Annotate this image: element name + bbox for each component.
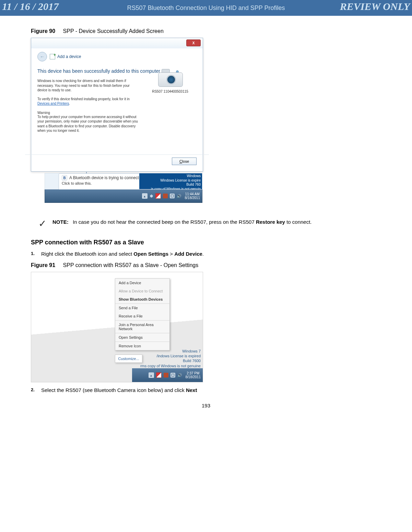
windows-license-overlay: Windows Windows License is expire Build … bbox=[139, 173, 202, 189]
tray-network-icon[interactable] bbox=[170, 194, 175, 198]
taskbar-screenshot-2: ▴ 🔊 2:37 PM 8/18/2011 bbox=[132, 368, 203, 382]
verify-b: . bbox=[69, 102, 70, 105]
add-device-title: Add a device bbox=[57, 54, 81, 59]
tray-bt-icon[interactable]: ✱ bbox=[150, 194, 153, 199]
add-device-icon bbox=[50, 54, 55, 59]
verify-a: To verify if this device finished instal… bbox=[37, 97, 130, 101]
winlic2-l2: /indows License is expired bbox=[137, 354, 201, 358]
checkmark-icon: ✓ bbox=[38, 219, 46, 229]
balloon-title: A Bluetooth device is trying to connect bbox=[69, 175, 139, 180]
open-settings-screenshot: Add a Device Allow a Device to Connect S… bbox=[31, 272, 203, 382]
winlic-l3: Build 760 bbox=[141, 183, 201, 187]
device-label: RS507 1104400503115 bbox=[144, 90, 196, 93]
device-preview: RS507 1104400503115 bbox=[144, 69, 196, 93]
ctx-send-file[interactable]: Send a File bbox=[115, 304, 169, 312]
watermark-banner: 11 / 16 / 2017 RS507 Bluetooth Connectio… bbox=[0, 0, 412, 16]
ctx-receive-file[interactable]: Receive a File bbox=[115, 312, 169, 320]
close-x-glyph: X bbox=[192, 41, 195, 45]
figure91-text: SPP connection with RS507 as a Slave - O… bbox=[63, 262, 199, 268]
add-device-window: X ← Add a device This device has been su… bbox=[31, 38, 203, 172]
bluetooth-icon: B bbox=[62, 175, 67, 181]
clock-date: 8/18/2011 bbox=[185, 196, 200, 200]
ctx-show-bt-devices[interactable]: Show Bluetooth Devices bbox=[115, 295, 169, 303]
close-button[interactable]: Close bbox=[172, 158, 197, 165]
s1-b2: Add Device bbox=[174, 251, 202, 257]
warning-text: To help protect your computer from someo… bbox=[37, 115, 140, 133]
s2-a: Select the RS507 (see Bluetooth Camera i… bbox=[41, 387, 186, 393]
ctx-join-pan[interactable]: Join a Personal Area Network bbox=[115, 321, 169, 333]
step-2: Select the RS507 (see Bluetooth Camera i… bbox=[31, 387, 381, 393]
close-rest: lose bbox=[182, 159, 189, 163]
note-label: NOTE: bbox=[52, 219, 69, 225]
figure91-label: Figure 91 bbox=[31, 262, 55, 268]
page-number: 193 bbox=[31, 403, 381, 408]
winlic-l2: Windows License is expire bbox=[141, 178, 201, 183]
driver-text: Windows is now checking for drivers and … bbox=[37, 79, 140, 93]
warning-heading: Warning bbox=[37, 111, 197, 115]
tray-clock[interactable]: 11:44 AM 8/18/2011 bbox=[185, 192, 200, 200]
banner-review: REVIEW ONLY bbox=[340, 1, 410, 12]
window-titlebar bbox=[31, 38, 203, 48]
clock2-date: 8/18/2011 bbox=[186, 375, 201, 379]
clock-time: 11:44 AM bbox=[185, 192, 200, 196]
s1-dot: . bbox=[202, 251, 204, 257]
figure90-label: Figure 90 bbox=[31, 28, 55, 34]
figure90-caption: Figure 90 SPP - Device Successfully Adde… bbox=[31, 28, 381, 34]
bt-context-menu: Add a Device Allow a Device to Connect S… bbox=[115, 278, 170, 350]
taskbar-screenshot-1: B A Bluetooth device is trying to connec… bbox=[31, 173, 202, 202]
windows-license-overlay-2: Windows 7 /indows License is expired Bui… bbox=[137, 349, 203, 368]
tray2-flag-icon[interactable] bbox=[156, 372, 162, 378]
tray-flag-icon[interactable] bbox=[155, 193, 161, 199]
tray2-up-icon[interactable]: ▴ bbox=[149, 372, 154, 378]
ctx-open-settings[interactable]: Open Settings bbox=[115, 333, 169, 342]
close-u: C bbox=[179, 159, 182, 163]
note-b: to connect. bbox=[285, 219, 312, 225]
tray-speaker-icon[interactable]: 🔊 bbox=[177, 194, 181, 198]
winlic2-l3: Build 7600 bbox=[137, 358, 201, 363]
tray2-network-icon[interactable] bbox=[170, 373, 175, 378]
section-heading: SPP connection with RS507 as a Slave bbox=[31, 239, 381, 246]
note-a: In case you do not hear the connected be… bbox=[73, 219, 256, 225]
s1-b1: Open Settings bbox=[133, 251, 168, 257]
figure90-text: SPP - Device Successfully Added Screen bbox=[63, 28, 164, 34]
note-bold: Restore key bbox=[256, 219, 285, 225]
tray2-clock[interactable]: 2:37 PM 8/18/2011 bbox=[186, 371, 201, 379]
devices-printers-link[interactable]: Devices and Printers bbox=[37, 102, 69, 105]
banner-date: 11 / 16 / 2017 bbox=[2, 1, 59, 12]
s1-a: Right click the Bluetooth icon and selec… bbox=[41, 251, 133, 257]
step-1: Right click the Bluetooth icon and selec… bbox=[31, 251, 381, 257]
figure91-caption: Figure 91 SPP connection with RS507 as a… bbox=[31, 262, 381, 268]
back-button[interactable]: ← bbox=[37, 52, 47, 61]
clock2-time: 2:37 PM bbox=[186, 371, 201, 375]
tray2-shield-icon[interactable] bbox=[164, 373, 168, 378]
verify-text: To verify if this device finished instal… bbox=[37, 97, 140, 106]
window-close-button[interactable]: X bbox=[186, 39, 201, 46]
ctx-add-device[interactable]: Add a Device bbox=[115, 279, 169, 287]
tray-up-icon[interactable]: ▴ bbox=[142, 193, 148, 199]
tray-shield-icon[interactable] bbox=[163, 194, 168, 198]
winlic-l1: Windows bbox=[141, 174, 201, 178]
winlic2-l1: Windows 7 bbox=[137, 349, 201, 354]
camera-icon bbox=[158, 69, 182, 87]
tray2-speaker-icon[interactable]: 🔊 bbox=[177, 373, 182, 378]
winlic2-l4: rms copy of Windows is not genuine bbox=[137, 363, 201, 368]
s1-gt: > bbox=[168, 251, 174, 257]
banner-title: RS507 Bluetooth Connection Using HID and… bbox=[127, 4, 285, 12]
ctx-allow-connect: Allow a Device to Connect bbox=[115, 287, 169, 295]
s2-b: Next bbox=[186, 387, 197, 393]
note-block: ✓ NOTE: In case you do not hear the conn… bbox=[38, 219, 381, 229]
